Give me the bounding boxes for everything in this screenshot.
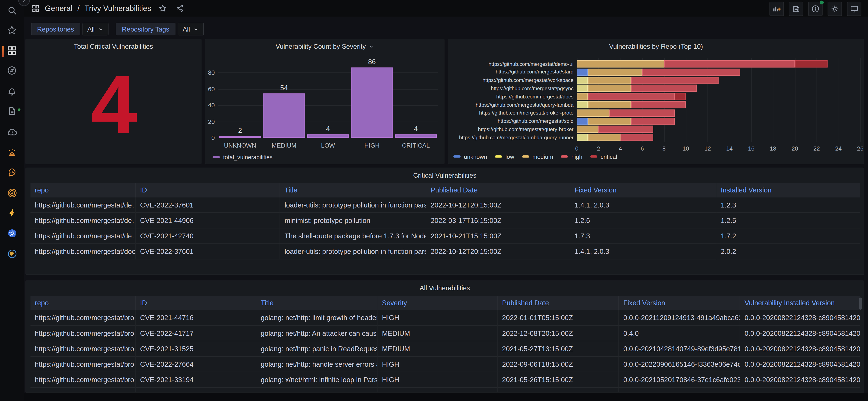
bar-segment-medium xyxy=(588,68,642,75)
table-cell: 0.0.0-20200822124328-c89045814202 xyxy=(740,310,860,326)
legend-item-high[interactable]: high xyxy=(561,153,583,160)
panel-title[interactable]: Critical Vulnerabilities xyxy=(26,171,864,179)
column-header[interactable]: repo xyxy=(31,183,135,198)
sidebar-item-alerting[interactable] xyxy=(6,87,18,98)
sidebar-item-synthetic-monitoring[interactable] xyxy=(6,249,18,261)
column-header[interactable]: Fixed Version xyxy=(570,183,716,198)
table-cell: https://github.com/mergestat/bro… xyxy=(31,310,135,326)
legend-label: high xyxy=(571,153,582,160)
table-cell: 0.0.0-20210520170846-37e1c6afe023 xyxy=(619,372,740,388)
bar-segment-medium xyxy=(577,93,588,100)
x-gridline xyxy=(751,58,752,142)
legend-item-medium[interactable]: medium xyxy=(522,153,553,160)
table-cell: 1.4.1, 2.0.3 xyxy=(570,198,716,213)
table-cell: 2022-01-01T05:15:00Z xyxy=(498,310,619,326)
x-tick-label: 0 xyxy=(570,145,584,152)
table-cell: CVE-2022-37601 xyxy=(135,198,280,213)
dashboard-settings-button[interactable] xyxy=(828,2,842,16)
panel-title[interactable]: All Vulnerabilities xyxy=(26,285,864,292)
y-gridline xyxy=(218,138,438,138)
column-header[interactable]: Title xyxy=(256,296,377,310)
repository-tags-select[interactable]: All xyxy=(178,23,204,35)
column-header[interactable]: Fixed Version xyxy=(619,296,740,310)
legend-label: low xyxy=(505,153,514,160)
sidebar-item-machine-learning[interactable] xyxy=(6,168,18,179)
column-header[interactable]: Installed Version xyxy=(716,183,860,198)
column-header[interactable]: ID xyxy=(135,296,256,310)
table-header-row: repoIDTitlePublished DateFixed VersionIn… xyxy=(31,183,860,198)
column-header[interactable]: Severity xyxy=(378,296,498,310)
bar-segment-medium xyxy=(588,134,620,141)
sidebar-item-oncall[interactable] xyxy=(6,188,18,200)
performance-icon xyxy=(7,208,17,220)
chart-legend: total_vulnerabilities xyxy=(213,154,273,160)
legend-item-low[interactable]: low xyxy=(495,153,514,160)
share-icon[interactable] xyxy=(176,4,184,13)
y-gridline xyxy=(218,121,438,122)
bar-segment-medium xyxy=(588,118,631,125)
bar-segment-medium xyxy=(588,101,631,108)
table-row: https://github.com/mergestat/de…CVE-2022… xyxy=(31,198,860,213)
legend-item-critical[interactable]: critical xyxy=(590,153,617,160)
sidebar-item-search[interactable] xyxy=(6,5,18,17)
table-cell: golang: net/http: panic in ReadRequest a… xyxy=(256,341,377,357)
repositories-select[interactable]: All xyxy=(82,23,108,35)
column-header[interactable]: ID xyxy=(135,183,280,198)
add-panel-button[interactable] xyxy=(770,2,784,16)
x-tick-label: 16 xyxy=(745,145,758,152)
column-header[interactable]: Published Date xyxy=(498,296,619,310)
x-category-label: HIGH xyxy=(350,142,394,148)
bar-segment-unknown xyxy=(577,118,588,125)
panel-total-critical: Total Critical Vulnerabilities 4 xyxy=(25,39,202,164)
legend-item-unknown[interactable]: unknown xyxy=(453,153,487,160)
sidebar-item-cloud[interactable] xyxy=(6,127,18,139)
y-tick-label: 80 xyxy=(205,69,215,76)
table-scrollbar[interactable] xyxy=(859,298,862,309)
table-cell: HIGH xyxy=(378,357,498,372)
column-header[interactable]: Title xyxy=(280,183,426,198)
sidebar-item-annotations[interactable] xyxy=(6,106,18,118)
column-header[interactable]: Published Date xyxy=(426,183,570,198)
x-gridline xyxy=(839,58,839,142)
legend-item[interactable]: total_vulnerabilities xyxy=(213,154,273,160)
sidebar-item-explore[interactable] xyxy=(6,66,18,77)
star-dashboard-icon[interactable] xyxy=(158,4,167,13)
legend-swatch xyxy=(590,156,597,158)
y-tick-label: 0 xyxy=(205,134,215,141)
legend-swatch xyxy=(561,156,568,158)
bar-value-label: 2 xyxy=(219,127,261,134)
table-cell: 0.0.0-20210428140749-89ef3d95e781 xyxy=(619,341,740,357)
severity-bar xyxy=(395,134,437,138)
sidebar-item-incident[interactable] xyxy=(6,147,18,159)
y-tick-label: 60 xyxy=(205,86,215,92)
sidebar-item-dashboards[interactable] xyxy=(6,46,18,58)
x-category-label: UNKNOWN xyxy=(218,142,262,148)
all-vulnerabilities-table: repoIDTitleSeverityPublished DateFixed V… xyxy=(31,296,860,393)
x-gridline xyxy=(773,58,774,142)
panel-severity-chart: Vulnerability Count by Severity 02040608… xyxy=(205,39,444,164)
x-tick-label: 12 xyxy=(701,145,714,152)
table-cell: CVE-2022-41717 xyxy=(135,326,256,341)
column-header[interactable]: Vulnerability Installed Version xyxy=(740,296,860,310)
sidebar-item-performance[interactable] xyxy=(6,208,18,220)
bar-segment-medium xyxy=(588,77,631,84)
x-tick-label: 22 xyxy=(810,145,823,152)
bar-segment-low xyxy=(577,134,588,141)
bar-value-label: 86 xyxy=(351,58,393,66)
alerting-icon xyxy=(6,86,17,98)
dashboard-insights-button[interactable] xyxy=(808,2,823,16)
save-dashboard-button[interactable] xyxy=(789,2,803,16)
table-cell: CVE-2021-42740 xyxy=(135,229,280,244)
cycle-view-mode-button[interactable] xyxy=(847,2,862,16)
x-tick-label: 20 xyxy=(788,145,802,152)
table-cell: 1.7.3 xyxy=(570,229,716,244)
table-header-row: repoIDTitleSeverityPublished DateFixed V… xyxy=(31,296,860,310)
y-gridline xyxy=(218,72,438,73)
column-header[interactable]: repo xyxy=(31,296,135,310)
sidebar-item-kubernetes[interactable] xyxy=(6,229,18,240)
stat-value: 4 xyxy=(26,49,201,160)
table-cell xyxy=(256,388,377,393)
breadcrumb-folder[interactable]: General xyxy=(45,4,72,13)
sidebar-item-starred[interactable] xyxy=(6,25,18,37)
repository-tags-label: Repository Tags xyxy=(116,23,176,35)
